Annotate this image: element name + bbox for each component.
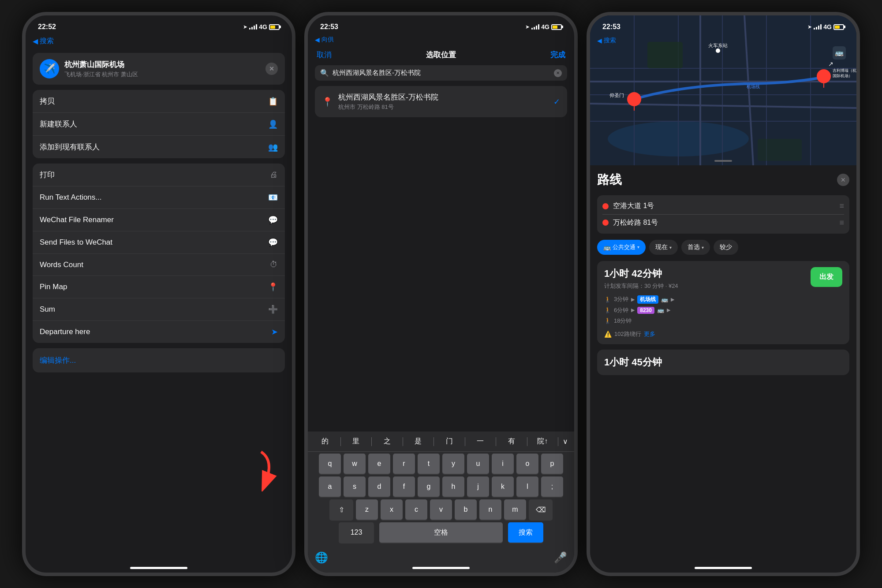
key-semicolon[interactable]: ; bbox=[541, 476, 563, 497]
key-f[interactable]: f bbox=[393, 476, 415, 497]
globe-icon[interactable]: 🌐 bbox=[315, 551, 328, 564]
clear-search-button[interactable]: ✕ bbox=[554, 69, 562, 77]
expand-suggestions-button[interactable]: ∨ bbox=[558, 435, 572, 447]
menu-item-departure[interactable]: Departure here ➤ bbox=[33, 321, 285, 343]
key-k[interactable]: k bbox=[492, 476, 514, 497]
menu-item-send-wechat[interactable]: Send Files to WeChat 💬 bbox=[33, 231, 285, 254]
key-l[interactable]: l bbox=[516, 476, 538, 497]
menu-item-run-text[interactable]: Run Text Actions... 📧 bbox=[33, 186, 285, 209]
route-to-text: 万松岭路 81号 bbox=[613, 218, 835, 227]
route-to: 万松岭路 81号 ≡ bbox=[602, 215, 844, 231]
key-c[interactable]: c bbox=[405, 499, 427, 520]
signal-1 bbox=[249, 24, 257, 30]
keyboard: 的 里 之 是 门 一 有 院↑ ∨ q w e r t bbox=[308, 432, 574, 573]
depart-button[interactable]: 出发 bbox=[811, 267, 842, 287]
key-o[interactable]: o bbox=[516, 454, 538, 474]
suggestion-zhi[interactable]: 之 bbox=[372, 435, 403, 448]
reorder-to-icon[interactable]: ≡ bbox=[839, 218, 844, 227]
pin-map-icon: 📍 bbox=[268, 282, 278, 292]
run-text-icon: 📧 bbox=[268, 193, 278, 202]
suggestion-you[interactable]: 有 bbox=[496, 435, 527, 448]
key-shift[interactable]: ⇧ bbox=[329, 499, 353, 520]
back-nav-1[interactable]: ◀ 搜索 bbox=[26, 35, 292, 49]
more-link[interactable]: 更多 bbox=[644, 330, 655, 338]
walk-icon-2: 🚶 bbox=[604, 307, 611, 313]
menu-item-sum[interactable]: Sum ➕ bbox=[33, 298, 285, 321]
key-w[interactable]: w bbox=[344, 454, 366, 474]
key-v[interactable]: v bbox=[430, 499, 452, 520]
route-close-button[interactable]: ✕ bbox=[837, 174, 849, 186]
transport-bus-button[interactable]: 🚌 公共交通 ▾ bbox=[597, 240, 646, 255]
route-step-2: 🚶 6分钟 ▶ 8230 🚌 ▶ bbox=[604, 306, 678, 314]
transport-less-button[interactable]: 较少 bbox=[714, 240, 738, 255]
time-chevron-icon: ▾ bbox=[669, 245, 672, 250]
result-name: 杭州西湖风景名胜区-万松书院 bbox=[338, 92, 548, 102]
route-panel: 路线 ✕ 空港大道 1号 ≡ 万松岭路 81号 ≡ bbox=[590, 165, 856, 573]
key-search[interactable]: 搜索 bbox=[508, 522, 543, 543]
key-row-4: 123 空格 搜索 bbox=[310, 522, 572, 543]
key-n[interactable]: n bbox=[479, 499, 501, 520]
menu-item-add-contact[interactable]: 添加到现有联系人 👥 bbox=[33, 136, 285, 158]
status-icons-3: ➤ 4G bbox=[807, 23, 844, 30]
suggestion-de[interactable]: 的 bbox=[310, 435, 340, 448]
key-b[interactable]: b bbox=[455, 499, 477, 520]
menu-item-wechat-renamer[interactable]: WeChat File Renamer 💬 bbox=[33, 209, 285, 231]
menu-label-words-count: Words Count bbox=[40, 261, 83, 269]
key-j[interactable]: j bbox=[467, 476, 489, 497]
svg-rect-16 bbox=[758, 139, 802, 161]
key-x[interactable]: x bbox=[381, 499, 403, 520]
svg-point-17 bbox=[627, 92, 641, 106]
key-q[interactable]: q bbox=[319, 454, 341, 474]
svg-text:机场线: 机场线 bbox=[747, 84, 760, 89]
done-button[interactable]: 完成 bbox=[550, 50, 565, 60]
key-r[interactable]: r bbox=[393, 454, 415, 474]
suggestion-yuan[interactable]: 院↑ bbox=[527, 435, 558, 448]
key-y[interactable]: y bbox=[442, 454, 464, 474]
search-result-item[interactable]: 📍 杭州西湖风景名胜区-万松书院 杭州市 万松岭路 81号 ✓ bbox=[315, 86, 567, 117]
line-badge-1: 机场线 bbox=[637, 295, 658, 304]
back-nav-2[interactable]: ◀ 向供 bbox=[308, 35, 574, 46]
search-bar[interactable]: 🔍 杭州西湖风景名胜区-万松书院 ✕ bbox=[315, 65, 567, 81]
menu-item-pin-map[interactable]: Pin Map 📍 bbox=[33, 276, 285, 298]
key-u[interactable]: u bbox=[467, 454, 489, 474]
route-from-text: 空港大道 1号 bbox=[613, 201, 835, 211]
cancel-button[interactable]: 取消 bbox=[317, 50, 332, 60]
route-card-1: 1小时 42分钟 计划发车间隔：30 分钟 · ¥24 🚶 3分钟 ▶ 机场线 … bbox=[597, 261, 849, 344]
transport-prefer-button[interactable]: 首选 ▾ bbox=[681, 240, 710, 255]
suggestion-men[interactable]: 门 bbox=[434, 435, 465, 448]
key-delete[interactable]: ⌫ bbox=[529, 499, 553, 520]
edit-actions-container: 编辑操作... bbox=[33, 348, 285, 372]
key-e[interactable]: e bbox=[368, 454, 390, 474]
mic-icon[interactable]: 🎤 bbox=[554, 551, 567, 564]
close-button[interactable]: ✕ bbox=[265, 63, 278, 75]
new-contact-icon: 👤 bbox=[268, 119, 278, 129]
menu-item-print[interactable]: 打印 🖨 bbox=[33, 164, 285, 186]
edit-actions-button[interactable]: 编辑操作... bbox=[33, 348, 285, 372]
phone-3: 22:53 ➤ 4G ◀ 搜索 bbox=[587, 12, 860, 576]
key-num[interactable]: 123 bbox=[339, 522, 374, 543]
menu-section-2: 打印 🖨 Run Text Actions... 📧 WeChat File R… bbox=[33, 164, 285, 343]
transport-time-button[interactable]: 现在 ▾ bbox=[649, 240, 678, 255]
key-space[interactable]: 空格 bbox=[379, 522, 503, 543]
suggestion-li[interactable]: 里 bbox=[341, 435, 372, 448]
key-s[interactable]: s bbox=[344, 476, 366, 497]
key-z[interactable]: z bbox=[356, 499, 378, 520]
airport-name: 杭州萧山国际机场 bbox=[64, 60, 260, 70]
key-t[interactable]: t bbox=[418, 454, 440, 474]
key-p[interactable]: p bbox=[541, 454, 563, 474]
menu-item-new-contact[interactable]: 新建联系人 👤 bbox=[33, 113, 285, 136]
key-m[interactable]: m bbox=[504, 499, 526, 520]
menu-item-copy[interactable]: 拷贝 📋 bbox=[33, 90, 285, 113]
key-h[interactable]: h bbox=[442, 476, 464, 497]
location-icon-2: ➤ bbox=[525, 24, 530, 30]
suggestion-shi[interactable]: 是 bbox=[403, 435, 434, 448]
menu-item-words-count[interactable]: Words Count ⏱ bbox=[33, 254, 285, 276]
key-d[interactable]: d bbox=[368, 476, 390, 497]
key-g[interactable]: g bbox=[418, 476, 440, 497]
reorder-from-icon[interactable]: ≡ bbox=[839, 201, 844, 211]
key-a[interactable]: a bbox=[319, 476, 341, 497]
key-i[interactable]: i bbox=[492, 454, 514, 474]
back-nav-3[interactable]: ◀ 搜索 bbox=[590, 35, 856, 47]
suggestion-yi[interactable]: 一 bbox=[465, 435, 496, 448]
back-arrow-3: ◀ bbox=[597, 37, 602, 44]
